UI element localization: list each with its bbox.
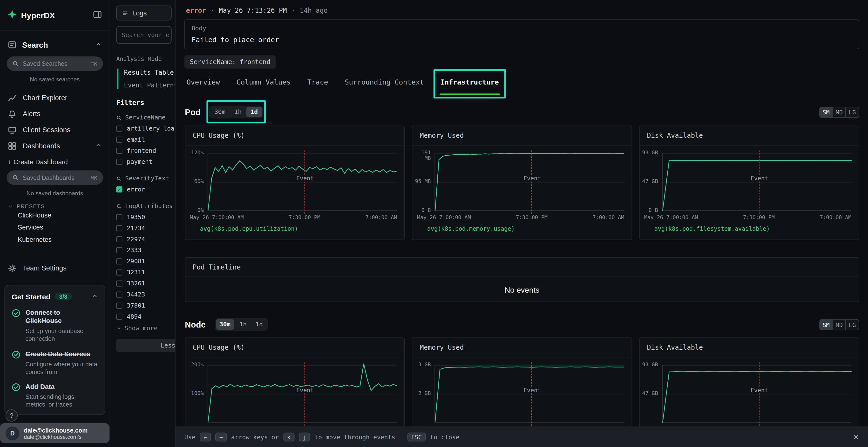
- checkbox[interactable]: [116, 259, 122, 265]
- service-name-chip[interactable]: ServiceName: frontend: [184, 56, 276, 69]
- range-button-30m[interactable]: 30m: [211, 107, 229, 117]
- filter-option[interactable]: payment: [116, 158, 175, 166]
- filter-option[interactable]: 19350: [116, 214, 175, 221]
- checkbox[interactable]: [116, 291, 122, 298]
- user-menu[interactable]: D dale@clickhouse.com dale@clickhouse.co…: [0, 423, 110, 443]
- size-button-md[interactable]: MD: [832, 106, 846, 117]
- event-header: error · May 26 7:13:26 PM · 14h ago: [186, 7, 859, 14]
- search-section-header[interactable]: Search: [8, 38, 102, 52]
- get-started-item[interactable]: Create Data Sources Configure where your…: [11, 350, 98, 376]
- pod-timeline-title: Pod Timeline: [193, 263, 241, 271]
- checkbox-checked[interactable]: ✓: [116, 186, 122, 193]
- checkbox[interactable]: [116, 314, 122, 319]
- arrow-left-key: ←: [200, 433, 211, 442]
- tab-trace[interactable]: Trace: [307, 76, 328, 95]
- get-started-item[interactable]: Add Data Start sending logs, metrics, or…: [11, 383, 98, 409]
- chevron-up-icon[interactable]: [95, 142, 102, 150]
- checkbox[interactable]: [116, 148, 122, 153]
- less-filters-button[interactable]: Less filters: [116, 339, 175, 352]
- filter-option[interactable]: artillery-loa: [116, 125, 175, 132]
- check-circle-icon: [11, 309, 21, 318]
- facet-servicename[interactable]: ServiceName: [116, 114, 175, 121]
- filter-option[interactable]: 29081: [116, 258, 175, 265]
- range-button-1d[interactable]: 1d: [252, 319, 267, 330]
- checkbox[interactable]: [116, 214, 122, 220]
- close-panel-icon[interactable]: ✕: [853, 433, 859, 441]
- tab-overview[interactable]: Overview: [187, 76, 220, 95]
- get-started-header[interactable]: Get Started 3/3: [11, 291, 98, 302]
- facet-name: LogAttributes: [125, 203, 173, 210]
- checkbox[interactable]: [116, 159, 122, 165]
- presets-toggle[interactable]: PRESETS: [8, 203, 102, 209]
- tab-column-values[interactable]: Column Values: [237, 76, 291, 95]
- filter-option[interactable]: 32311: [116, 269, 175, 276]
- filter-option-checked[interactable]: ✓error: [116, 186, 175, 193]
- facet-name: ServiceName: [125, 114, 165, 121]
- sidebar-nav: Chart Explorer Alerts Client Sessions Da…: [0, 90, 110, 153]
- sidebar-item-clickhouse[interactable]: ClickHouse: [8, 209, 102, 221]
- checkbox[interactable]: [116, 303, 122, 309]
- chevron-down-icon: [8, 203, 13, 209]
- sidebar-item-alerts[interactable]: Alerts: [0, 106, 110, 122]
- size-button-sm[interactable]: SM: [819, 319, 833, 330]
- size-button-sm[interactable]: SM: [819, 106, 833, 117]
- create-dashboard-button[interactable]: + Create Dashboard: [8, 158, 102, 166]
- facet-severitytext[interactable]: SeverityText: [116, 175, 175, 182]
- saved-dashboards-input[interactable]: Saved Dashboards ⌘K: [7, 170, 103, 185]
- checkbox[interactable]: [116, 126, 122, 132]
- saved-searches-input[interactable]: Saved Searches ⌘K: [7, 56, 103, 71]
- checkbox[interactable]: [116, 225, 122, 231]
- checkbox[interactable]: [116, 270, 122, 276]
- source-select-button[interactable]: Logs: [116, 5, 172, 21]
- chart-title: Memory Used: [420, 343, 464, 351]
- size-button-lg[interactable]: LG: [845, 319, 859, 330]
- checkbox[interactable]: [116, 137, 122, 143]
- tab-infrastructure[interactable]: Infrastructure: [440, 76, 499, 95]
- size-button-md[interactable]: MD: [832, 319, 846, 330]
- filter-option[interactable]: 4894: [116, 313, 175, 320]
- range-button-1h[interactable]: 1h: [236, 319, 251, 330]
- hyperdx-logo-icon[interactable]: [8, 10, 17, 21]
- help-button[interactable]: ?: [5, 409, 18, 422]
- filter-option[interactable]: frontend: [116, 147, 175, 154]
- filters-label: Filters: [116, 99, 175, 107]
- get-started-item[interactable]: Connect to ClickHouse Set up your databa…: [11, 309, 98, 343]
- filter-option[interactable]: email: [116, 136, 175, 143]
- filter-option[interactable]: 2333: [116, 247, 175, 254]
- user-org: dale@clickhouse.com's: [24, 434, 88, 440]
- nav-label: Alerts: [23, 110, 40, 117]
- filter-option[interactable]: 22974: [116, 236, 175, 243]
- chevron-up-icon[interactable]: [91, 291, 98, 302]
- mode-results-table[interactable]: Results Table: [124, 69, 175, 76]
- pod-timeline-card: Pod Timeline No events: [185, 257, 859, 302]
- sidebar-item-client-sessions[interactable]: Client Sessions: [0, 122, 110, 138]
- filter-option[interactable]: 33261: [116, 280, 175, 287]
- range-button-30m[interactable]: 30m: [216, 319, 235, 330]
- filter-option[interactable]: 34423: [116, 291, 175, 298]
- range-button-1h[interactable]: 1h: [230, 107, 246, 117]
- chevron-up-icon[interactable]: [95, 40, 102, 49]
- no-saved-searches-text: No saved searches: [0, 76, 110, 82]
- mode-event-patterns[interactable]: Event Patterns: [124, 81, 175, 89]
- no-saved-dashboards-text: No saved dashboards: [0, 190, 110, 197]
- tab-label: Infrastructure: [440, 78, 499, 86]
- checkbox[interactable]: [116, 247, 122, 253]
- filter-option[interactable]: 37801: [116, 302, 175, 309]
- checkbox[interactable]: [116, 236, 122, 242]
- tab-surrounding-context[interactable]: Surrounding Context: [345, 76, 424, 95]
- get-started-title: Get Started: [11, 293, 51, 301]
- sidebar-item-team-settings[interactable]: Team Settings: [0, 260, 110, 276]
- sidebar-item-services[interactable]: Services: [8, 221, 102, 234]
- brand-name[interactable]: HyperDX: [21, 11, 55, 20]
- collapse-sidebar-icon[interactable]: [93, 10, 102, 21]
- checkbox[interactable]: [116, 281, 122, 286]
- sidebar-item-chart-explorer[interactable]: Chart Explorer: [0, 90, 110, 106]
- sidebar-item-kubernetes[interactable]: Kubernetes: [8, 233, 102, 246]
- facet-logattributes[interactable]: LogAttributes: [116, 203, 175, 210]
- size-button-lg[interactable]: LG: [845, 106, 859, 117]
- range-button-1d[interactable]: 1d: [247, 107, 262, 117]
- sidebar-item-dashboards[interactable]: Dashboards: [0, 138, 110, 154]
- filter-option[interactable]: 21734: [116, 225, 175, 232]
- show-more-button[interactable]: Show more: [116, 325, 175, 332]
- event-search-input[interactable]: Search your e: [116, 26, 172, 44]
